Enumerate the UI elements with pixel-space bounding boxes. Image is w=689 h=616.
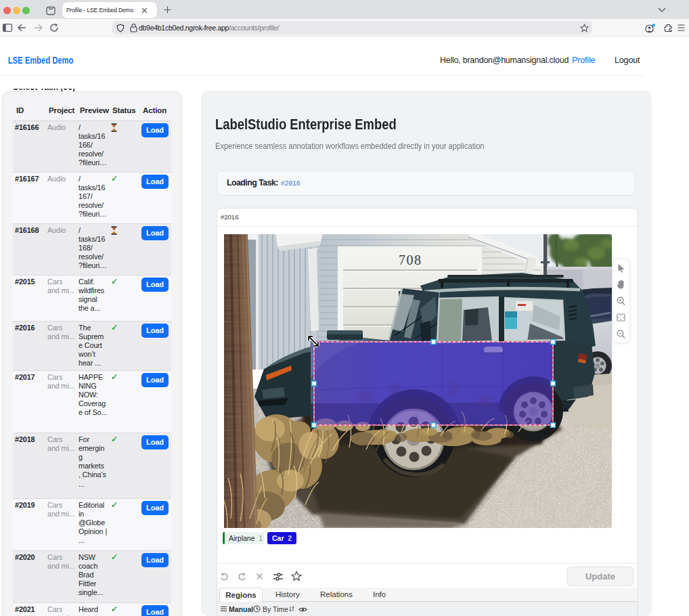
svg-text:708: 708 (399, 252, 422, 267)
